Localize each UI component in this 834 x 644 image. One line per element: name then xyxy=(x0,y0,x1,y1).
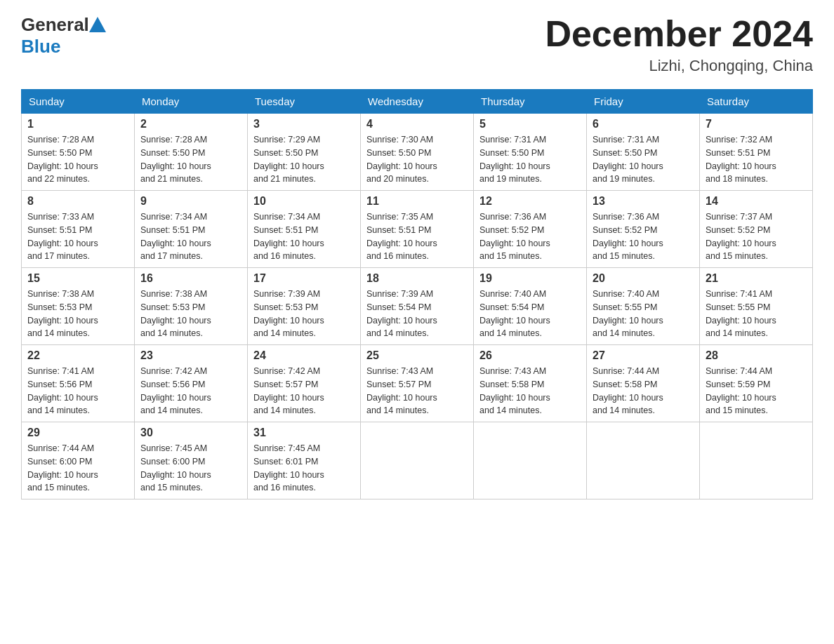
calendar-table: SundayMondayTuesdayWednesdayThursdayFrid… xyxy=(21,89,813,499)
week-row-3: 15Sunrise: 7:38 AMSunset: 5:53 PMDayligh… xyxy=(22,268,813,345)
table-cell: 27Sunrise: 7:44 AMSunset: 5:58 PMDayligh… xyxy=(587,345,700,422)
table-cell: 2Sunrise: 7:28 AMSunset: 5:50 PMDaylight… xyxy=(135,114,248,191)
day-info: Sunrise: 7:38 AMSunset: 5:53 PMDaylight:… xyxy=(27,288,128,340)
table-cell: 16Sunrise: 7:38 AMSunset: 5:53 PMDayligh… xyxy=(135,268,248,345)
title-block: December 2024 Lizhi, Chongqing, China xyxy=(545,14,813,75)
week-row-2: 8Sunrise: 7:33 AMSunset: 5:51 PMDaylight… xyxy=(22,191,813,268)
week-row-5: 29Sunrise: 7:44 AMSunset: 6:00 PMDayligh… xyxy=(22,422,813,499)
day-info: Sunrise: 7:33 AMSunset: 5:51 PMDaylight:… xyxy=(27,210,128,263)
day-info: Sunrise: 7:39 AMSunset: 5:54 PMDaylight:… xyxy=(366,288,468,340)
table-cell: 4Sunrise: 7:30 AMSunset: 5:50 PMDaylight… xyxy=(361,114,474,191)
day-number: 4 xyxy=(366,118,468,130)
header-tuesday: Tuesday xyxy=(248,90,361,114)
day-info: Sunrise: 7:42 AMSunset: 5:57 PMDaylight:… xyxy=(253,365,355,417)
day-number: 14 xyxy=(706,195,807,208)
day-number: 9 xyxy=(140,195,241,208)
table-cell xyxy=(474,422,587,499)
page-header: General Blue December 2024 Lizhi, Chongq… xyxy=(21,14,813,75)
day-info: Sunrise: 7:36 AMSunset: 5:52 PMDaylight:… xyxy=(593,210,694,263)
table-cell: 12Sunrise: 7:36 AMSunset: 5:52 PMDayligh… xyxy=(474,191,587,268)
day-info: Sunrise: 7:40 AMSunset: 5:55 PMDaylight:… xyxy=(593,288,694,340)
table-cell: 19Sunrise: 7:40 AMSunset: 5:54 PMDayligh… xyxy=(474,268,587,345)
day-info: Sunrise: 7:40 AMSunset: 5:54 PMDaylight:… xyxy=(479,288,581,340)
table-cell: 17Sunrise: 7:39 AMSunset: 5:53 PMDayligh… xyxy=(248,268,361,345)
table-cell: 28Sunrise: 7:44 AMSunset: 5:59 PMDayligh… xyxy=(700,345,813,422)
table-cell: 6Sunrise: 7:31 AMSunset: 5:50 PMDaylight… xyxy=(587,114,700,191)
table-cell: 26Sunrise: 7:43 AMSunset: 5:58 PMDayligh… xyxy=(474,345,587,422)
table-cell: 15Sunrise: 7:38 AMSunset: 5:53 PMDayligh… xyxy=(22,268,135,345)
day-number: 2 xyxy=(140,118,241,130)
day-number: 1 xyxy=(27,118,128,130)
day-number: 19 xyxy=(479,272,581,285)
table-cell: 7Sunrise: 7:32 AMSunset: 5:51 PMDaylight… xyxy=(700,114,813,191)
day-number: 27 xyxy=(593,349,694,362)
table-cell: 20Sunrise: 7:40 AMSunset: 5:55 PMDayligh… xyxy=(587,268,700,345)
table-cell: 22Sunrise: 7:41 AMSunset: 5:56 PMDayligh… xyxy=(22,345,135,422)
day-info: Sunrise: 7:43 AMSunset: 5:57 PMDaylight:… xyxy=(366,365,468,417)
day-number: 26 xyxy=(479,349,581,362)
table-cell: 5Sunrise: 7:31 AMSunset: 5:50 PMDaylight… xyxy=(474,114,587,191)
table-cell: 11Sunrise: 7:35 AMSunset: 5:51 PMDayligh… xyxy=(361,191,474,268)
day-number: 7 xyxy=(706,118,807,130)
day-info: Sunrise: 7:34 AMSunset: 5:51 PMDaylight:… xyxy=(140,210,241,263)
day-info: Sunrise: 7:31 AMSunset: 5:50 PMDaylight:… xyxy=(593,133,694,186)
table-cell: 3Sunrise: 7:29 AMSunset: 5:50 PMDaylight… xyxy=(248,114,361,191)
table-cell: 31Sunrise: 7:45 AMSunset: 6:01 PMDayligh… xyxy=(248,422,361,499)
table-cell xyxy=(361,422,474,499)
table-cell: 24Sunrise: 7:42 AMSunset: 5:57 PMDayligh… xyxy=(248,345,361,422)
logo-general-text: General xyxy=(21,14,89,36)
table-cell: 25Sunrise: 7:43 AMSunset: 5:57 PMDayligh… xyxy=(361,345,474,422)
day-number: 3 xyxy=(253,118,355,130)
table-cell: 29Sunrise: 7:44 AMSunset: 6:00 PMDayligh… xyxy=(22,422,135,499)
day-number: 28 xyxy=(706,349,807,362)
day-number: 20 xyxy=(593,272,694,285)
day-number: 18 xyxy=(366,272,468,285)
day-info: Sunrise: 7:41 AMSunset: 5:56 PMDaylight:… xyxy=(27,365,128,417)
header-thursday: Thursday xyxy=(474,90,587,114)
day-number: 10 xyxy=(253,195,355,208)
header-monday: Monday xyxy=(135,90,248,114)
logo: General Blue xyxy=(21,14,106,58)
day-number: 21 xyxy=(706,272,807,285)
day-info: Sunrise: 7:38 AMSunset: 5:53 PMDaylight:… xyxy=(140,288,241,340)
table-cell: 30Sunrise: 7:45 AMSunset: 6:00 PMDayligh… xyxy=(135,422,248,499)
table-cell: 21Sunrise: 7:41 AMSunset: 5:55 PMDayligh… xyxy=(700,268,813,345)
logo-triangle-icon xyxy=(89,17,106,32)
header-wednesday: Wednesday xyxy=(361,90,474,114)
day-info: Sunrise: 7:39 AMSunset: 5:53 PMDaylight:… xyxy=(253,288,355,340)
day-info: Sunrise: 7:28 AMSunset: 5:50 PMDaylight:… xyxy=(140,133,241,186)
day-info: Sunrise: 7:30 AMSunset: 5:50 PMDaylight:… xyxy=(366,133,468,186)
day-number: 15 xyxy=(27,272,128,285)
table-cell: 9Sunrise: 7:34 AMSunset: 5:51 PMDaylight… xyxy=(135,191,248,268)
day-info: Sunrise: 7:44 AMSunset: 5:58 PMDaylight:… xyxy=(593,365,694,417)
day-number: 12 xyxy=(479,195,581,208)
table-cell: 8Sunrise: 7:33 AMSunset: 5:51 PMDaylight… xyxy=(22,191,135,268)
day-info: Sunrise: 7:43 AMSunset: 5:58 PMDaylight:… xyxy=(479,365,581,417)
day-info: Sunrise: 7:32 AMSunset: 5:51 PMDaylight:… xyxy=(706,133,807,186)
day-info: Sunrise: 7:41 AMSunset: 5:55 PMDaylight:… xyxy=(706,288,807,340)
header-saturday: Saturday xyxy=(700,90,813,114)
day-number: 16 xyxy=(140,272,241,285)
day-info: Sunrise: 7:44 AMSunset: 6:00 PMDaylight:… xyxy=(27,442,128,495)
day-info: Sunrise: 7:31 AMSunset: 5:50 PMDaylight:… xyxy=(479,133,581,186)
table-cell: 14Sunrise: 7:37 AMSunset: 5:52 PMDayligh… xyxy=(700,191,813,268)
day-info: Sunrise: 7:34 AMSunset: 5:51 PMDaylight:… xyxy=(253,210,355,263)
table-cell xyxy=(700,422,813,499)
day-info: Sunrise: 7:45 AMSunset: 6:00 PMDaylight:… xyxy=(140,442,241,495)
day-info: Sunrise: 7:35 AMSunset: 5:51 PMDaylight:… xyxy=(366,210,468,263)
table-cell: 13Sunrise: 7:36 AMSunset: 5:52 PMDayligh… xyxy=(587,191,700,268)
day-info: Sunrise: 7:44 AMSunset: 5:59 PMDaylight:… xyxy=(706,365,807,417)
week-row-1: 1Sunrise: 7:28 AMSunset: 5:50 PMDaylight… xyxy=(22,114,813,191)
header-friday: Friday xyxy=(587,90,700,114)
day-number: 6 xyxy=(593,118,694,130)
day-info: Sunrise: 7:36 AMSunset: 5:52 PMDaylight:… xyxy=(479,210,581,263)
table-cell: 1Sunrise: 7:28 AMSunset: 5:50 PMDaylight… xyxy=(22,114,135,191)
location-title: Lizhi, Chongqing, China xyxy=(545,57,813,75)
day-number: 29 xyxy=(27,427,128,439)
table-cell: 18Sunrise: 7:39 AMSunset: 5:54 PMDayligh… xyxy=(361,268,474,345)
day-number: 25 xyxy=(366,349,468,362)
table-cell xyxy=(587,422,700,499)
day-number: 11 xyxy=(366,195,468,208)
table-cell: 23Sunrise: 7:42 AMSunset: 5:56 PMDayligh… xyxy=(135,345,248,422)
day-info: Sunrise: 7:29 AMSunset: 5:50 PMDaylight:… xyxy=(253,133,355,186)
